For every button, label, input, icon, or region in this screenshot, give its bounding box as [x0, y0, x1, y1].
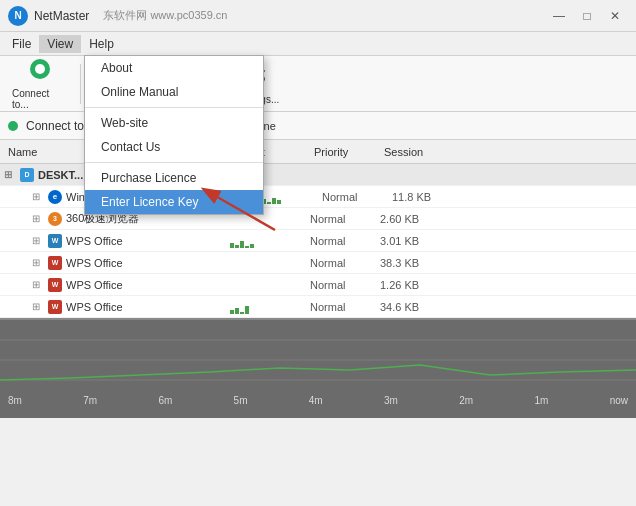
chart-area: 8m 7m 6m 5m 4m 3m 2m 1m now	[0, 318, 636, 418]
time-label-8m: 8m	[8, 395, 22, 406]
row-priority-wps-w: Normal	[310, 235, 380, 247]
table-row[interactable]: ⊞ W WPS Office Normal 34.6 KB	[0, 296, 636, 318]
separator-1	[80, 64, 81, 104]
row-session-explorer: 11.8 KB	[392, 191, 472, 203]
row-session-360: 2.60 KB	[380, 213, 460, 225]
menu-contact-us[interactable]: Contact Us	[85, 135, 263, 159]
connect-label: Connect to...	[12, 88, 68, 110]
menu-web-site[interactable]: Web-site	[85, 111, 263, 135]
wps1-icon: W	[48, 256, 62, 270]
title-bar: N NetMaster 东软件网 www.pc0359.cn — □ ✕	[0, 0, 636, 32]
minimize-button[interactable]: —	[546, 5, 572, 27]
row-priority-360: Normal	[310, 213, 380, 225]
connect-icon	[28, 57, 52, 86]
row-name-wps2: ⊞ W WPS Office	[4, 278, 230, 292]
wps1-label: WPS Office	[66, 257, 123, 269]
menu-file[interactable]: File	[4, 35, 39, 53]
title-bar-left: N NetMaster 东软件网 www.pc0359.cn	[8, 6, 227, 26]
row-name-wps1: ⊞ W WPS Office	[4, 256, 230, 270]
expand-icon[interactable]: ⊞	[4, 169, 16, 180]
wps3-icon: W	[48, 300, 62, 314]
wps3-label: WPS Office	[66, 301, 123, 313]
row-priority-wps2: Normal	[310, 279, 380, 291]
row-session-wps-w: 3.01 KB	[380, 235, 460, 247]
expand-icon[interactable]: ⊞	[32, 301, 44, 312]
menu-separator-2	[85, 162, 263, 163]
menu-about[interactable]: About	[85, 56, 263, 80]
row-session-wps1: 38.3 KB	[380, 257, 460, 269]
chart-svg	[0, 320, 636, 390]
app-title: NetMaster	[34, 9, 89, 23]
menu-online-manual[interactable]: Online Manual	[85, 80, 263, 104]
table-row[interactable]: ⊞ W WPS Office Normal 38.3 KB	[0, 252, 636, 274]
menu-purchase-licence[interactable]: Purchase Licence	[85, 166, 263, 190]
time-label-6m: 6m	[158, 395, 172, 406]
menu-enter-licence-key[interactable]: Enter Licence Key	[85, 190, 263, 214]
ie-icon: e	[48, 190, 62, 204]
wps2-icon: W	[48, 278, 62, 292]
expand-icon[interactable]: ⊞	[32, 191, 44, 202]
wps-w-label: WPS Office	[66, 235, 123, 247]
close-button[interactable]: ✕	[602, 5, 628, 27]
browser-icon: 3	[48, 212, 62, 226]
help-dropdown-menu: About Online Manual Web-site Contact Us …	[84, 55, 264, 215]
expand-icon[interactable]: ⊞	[32, 257, 44, 268]
expand-icon[interactable]: ⊞	[32, 235, 44, 246]
status-dot	[8, 121, 18, 131]
time-label-5m: 5m	[234, 395, 248, 406]
row-session-wps3: 34.6 KB	[380, 301, 460, 313]
maximize-button[interactable]: □	[574, 5, 600, 27]
time-label-4m: 4m	[309, 395, 323, 406]
menu-view[interactable]: View	[39, 35, 81, 53]
col-session-header: Session	[384, 146, 464, 158]
desktop-label: DESKT...	[38, 169, 83, 181]
window-controls: — □ ✕	[546, 5, 628, 27]
row-priority-wps1: Normal	[310, 257, 380, 269]
wps2-label: WPS Office	[66, 279, 123, 291]
app-icon: N	[8, 6, 28, 26]
row-name-wps3: ⊞ W WPS Office	[4, 300, 230, 314]
row-priority-explorer: Normal	[322, 191, 392, 203]
row-session-wps2: 1.26 KB	[380, 279, 460, 291]
time-label-now: now	[610, 395, 628, 406]
menu-separator-1	[85, 107, 263, 108]
row-chart-wps-w	[230, 234, 310, 248]
menu-bar: File View Help	[0, 32, 636, 56]
time-label-7m: 7m	[83, 395, 97, 406]
row-name-wps-w: ⊞ W WPS Office	[4, 234, 230, 248]
table-row[interactable]: ⊞ W WPS Office Normal 3.01 KB	[0, 230, 636, 252]
row-chart-wps3	[230, 300, 310, 314]
svg-point-1	[35, 64, 45, 74]
row-priority-wps3: Normal	[310, 301, 380, 313]
wps-w-icon: W	[48, 234, 62, 248]
col-priority-header: Priority	[314, 146, 384, 158]
connect-button[interactable]: Connect to...	[8, 59, 72, 109]
table-row[interactable]: ⊞ W WPS Office Normal 1.26 KB	[0, 274, 636, 296]
time-label-2m: 2m	[459, 395, 473, 406]
watermark-text: 东软件网 www.pc0359.cn	[103, 8, 227, 23]
time-label-1m: 1m	[534, 395, 548, 406]
expand-icon[interactable]: ⊞	[32, 279, 44, 290]
time-labels: 8m 7m 6m 5m 4m 3m 2m 1m now	[0, 393, 636, 408]
menu-help[interactable]: Help	[81, 35, 122, 53]
desktop-icon: D	[20, 168, 34, 182]
time-label-3m: 3m	[384, 395, 398, 406]
expand-icon[interactable]: ⊞	[32, 213, 44, 224]
